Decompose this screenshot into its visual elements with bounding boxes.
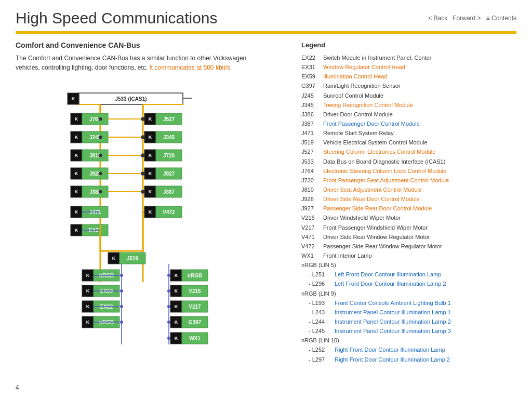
svg-text:J720: J720 [163, 153, 175, 158]
legend-row: EX31Window Regulator Control Head [301, 62, 516, 72]
legend-code: J245 [301, 91, 321, 100]
legend-desc: Driver Door Control Module [323, 110, 393, 119]
svg-point-79 [141, 154, 145, 157]
legend-code: WX1 [301, 251, 321, 260]
legend-row: J810Driver Seat Adjustment Control Modul… [301, 185, 516, 194]
legend-table: EX22Switch Module in Instrument Panel, C… [301, 53, 516, 364]
right-panel: Legend EX22Switch Module in Instrument P… [296, 41, 516, 364]
diagram: .green-box { fill: #5CB85C; stroke: #4a9… [16, 79, 265, 350]
svg-text:K: K [75, 189, 78, 194]
legend-row: J386Driver Door Control Module [301, 110, 516, 119]
legend-code: J527 [301, 147, 321, 156]
svg-text:K: K [149, 171, 152, 176]
nav-bar: < Back Forward > ≡ Contents [428, 15, 516, 22]
legend-code: V471 [301, 232, 321, 242]
legend-row: V216Driver Windshield Wiper Motor [301, 213, 516, 222]
legend-row: V471Driver Side Rear Window Regulator Mo… [301, 232, 516, 242]
legend-desc: Steering Column Electronics Control Modu… [323, 147, 435, 156]
svg-text:K: K [175, 273, 178, 278]
legend-sub-code: - L296 [309, 279, 332, 288]
legend-code: V217 [301, 223, 321, 232]
legend-code: V216 [301, 213, 321, 222]
svg-text:K: K [149, 189, 152, 194]
content-area: Comfort and Convenience CAN-Bus The Comf… [0, 34, 532, 364]
legend-sub-desc: Front Center Console Ambient Lighting Bu… [335, 298, 451, 308]
svg-point-21 [99, 154, 102, 157]
svg-text:K: K [175, 336, 178, 341]
svg-text:nRGB: nRGB [188, 273, 202, 278]
legend-sub-row: - L243Instrument Panel Contour Illuminat… [301, 308, 516, 317]
contents-button[interactable]: ≡ Contents [486, 15, 516, 22]
legend-desc: Front Interior Lamp [323, 251, 372, 260]
svg-point-31 [99, 190, 102, 194]
page-number: 4 [16, 384, 19, 391]
legend-row: J764Electronic Steering Column Lock Cont… [301, 166, 516, 176]
legend-sub-desc: Instrument Panel Contour Illumination La… [335, 326, 451, 336]
legend-row: J245Sunroof Control Module [301, 91, 516, 100]
body-text: The Comfort and Convenience CAN-Bus has … [16, 54, 255, 72]
legend-nrgb-label: nRGB (LIN 5) [301, 260, 336, 270]
legend-code: V472 [301, 242, 321, 251]
legend-sub-code: - L252 [309, 345, 332, 354]
legend-sub-code: - L244 [309, 317, 332, 326]
svg-text:K: K [75, 116, 78, 122]
svg-point-11 [99, 117, 102, 121]
svg-text:K: K [86, 320, 90, 325]
svg-text:K: K [75, 153, 78, 158]
svg-text:K: K [86, 273, 90, 278]
svg-text:K: K [86, 288, 90, 294]
legend-sub-row: - L245Instrument Panel Contour Illuminat… [301, 326, 516, 336]
legend-sub-desc: Left Front Door Contour Illumination Lam… [335, 270, 441, 279]
svg-point-77 [141, 117, 145, 121]
legend-sub-row: - L244Instrument Panel Contour Illuminat… [301, 317, 516, 326]
diagram-svg: .green-box { fill: #5CB85C; stroke: #4a9… [16, 79, 265, 350]
legend-desc: Electronic Steering Column Lock Control … [323, 166, 446, 176]
forward-button[interactable]: Forward > [453, 15, 481, 22]
svg-point-119 [120, 321, 123, 324]
legend-title: Legend [301, 41, 516, 49]
svg-text:V217: V217 [189, 304, 201, 310]
legend-code: J387 [301, 119, 321, 128]
legend-code: J519 [301, 138, 321, 147]
legend-code: J471 [301, 128, 321, 138]
legend-sub-desc: Left Front Door Contour Illumination Lam… [335, 279, 446, 288]
legend-sub-code: - L297 [309, 355, 332, 364]
legend-desc: Remote Start System Relay [323, 128, 394, 138]
legend-code: J810 [301, 185, 321, 194]
svg-point-101 [120, 274, 123, 277]
back-button[interactable]: < Back [428, 15, 447, 22]
legend-sub-code: - L251 [309, 270, 332, 279]
legend-sub-code: - L193 [309, 298, 332, 308]
svg-text:J927: J927 [163, 171, 175, 177]
svg-text:K: K [75, 135, 78, 140]
legend-code: EX59 [301, 72, 321, 81]
legend-desc: Illumination Control Head [323, 72, 388, 81]
svg-point-81 [141, 190, 145, 194]
svg-text:V472: V472 [163, 209, 175, 215]
legend-row: J345Towing Recognition Control Module [301, 100, 516, 110]
svg-text:J533 (ICAS1): J533 (ICAS1) [115, 96, 147, 102]
legend-nrgb-header: nRGB (LIN 10) [301, 336, 516, 345]
svg-text:K: K [112, 256, 116, 261]
svg-point-113 [120, 305, 123, 308]
legend-sub-row: - L297Right Front Door Contour Illuminat… [301, 355, 516, 364]
legend-sub-row: - L296Left Front Door Contour Illuminati… [301, 279, 516, 288]
legend-row: J533Data Bus on Board Diagnostic Interfa… [301, 157, 516, 166]
legend-desc: Front Passenger Seat Adjustment Control … [323, 176, 449, 185]
section-title: Comfort and Convenience CAN-Bus [16, 41, 286, 49]
legend-row: J471Remote Start System Relay [301, 128, 516, 138]
page-title: High Speed Communications [16, 9, 218, 27]
svg-point-26 [99, 172, 102, 176]
legend-desc: Sunroof Control Module [323, 91, 383, 100]
svg-point-149 [167, 337, 170, 340]
legend-row: EX22Switch Module in Instrument Panel, C… [301, 53, 516, 62]
svg-text:K: K [149, 116, 152, 122]
legend-nrgb-header: nRGB (LIN 9) [301, 289, 516, 298]
legend-row: WX1Front Interior Lamp [301, 251, 516, 260]
svg-text:K: K [75, 209, 78, 215]
svg-point-16 [99, 136, 102, 139]
legend-row: J387Front Passenger Door Control Module [301, 119, 516, 128]
svg-text:K: K [175, 304, 178, 309]
legend-row: J720Front Passenger Seat Adjustment Cont… [301, 176, 516, 185]
legend-desc: Front Passenger Door Control Module [323, 119, 420, 128]
